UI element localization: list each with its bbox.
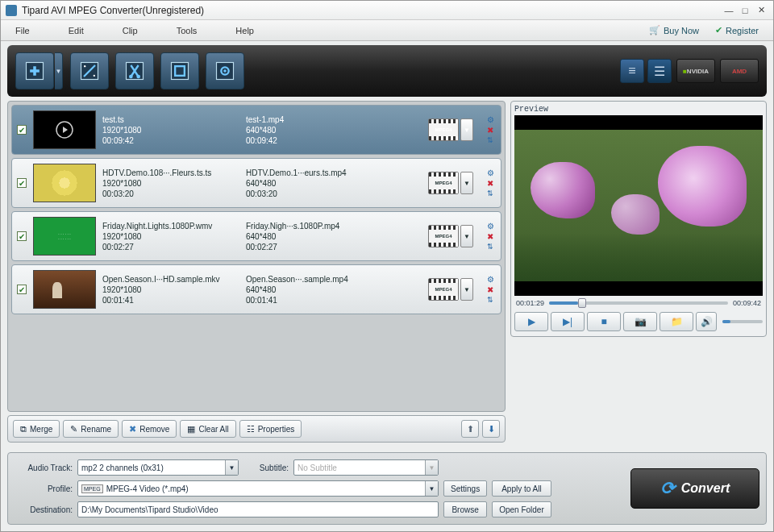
register-link[interactable]: ✔ Register	[715, 25, 759, 35]
remove-button[interactable]: ✖Remove	[122, 420, 177, 438]
maximize-button[interactable]: □	[738, 5, 752, 16]
effect-button[interactable]	[70, 52, 109, 89]
item-settings-icon[interactable]: ⚙	[485, 221, 496, 231]
item-thumbnail	[33, 164, 96, 202]
close-button[interactable]: ✕	[754, 5, 768, 16]
add-file-button[interactable]: ▼	[15, 52, 54, 89]
source-filename: Friday.Night.Lights.1080P.wmv	[102, 222, 239, 231]
convert-label: Convert	[681, 481, 730, 496]
item-remove-icon[interactable]: ✖	[485, 285, 496, 294]
source-filename: HDTV.Demo.108···.Fleurs.ts.ts	[102, 168, 239, 177]
list-item[interactable]: ✔· · · · · ·· · · · · ·Friday.Night.Ligh…	[11, 211, 501, 261]
source-resolution: 1920*1080	[102, 285, 239, 294]
preview-total-time: 00:09:42	[733, 299, 761, 307]
item-checkbox[interactable]: ✔	[17, 178, 27, 188]
svg-point-11	[223, 69, 227, 73]
clear-all-button[interactable]: ▦Clear All	[180, 420, 235, 438]
subtitle-combo[interactable]: No Subtitle▼	[293, 459, 439, 476]
item-checkbox[interactable]: ✔	[17, 231, 27, 241]
list-view-button[interactable]: ≡	[620, 59, 644, 83]
file-list: ✔test.ts1920*108000:09:42test-1.mp4640*4…	[7, 101, 506, 412]
item-settings-icon[interactable]: ⚙	[485, 168, 496, 177]
apply-to-all-button[interactable]: Apply to All	[492, 480, 551, 497]
convert-button[interactable]: ⟳ Convert	[630, 468, 759, 509]
settings-toolbar-button[interactable]	[206, 52, 244, 89]
mute-button[interactable]: 🔊	[696, 312, 717, 331]
audio-track-label: Audio Track:	[15, 463, 73, 472]
merge-button[interactable]: ⧉Merge	[13, 420, 60, 438]
item-remove-icon[interactable]: ✖	[485, 125, 496, 135]
source-resolution: 1920*1080	[102, 126, 239, 135]
menu-edit[interactable]: Edit	[69, 26, 84, 35]
crop-button[interactable]	[160, 52, 199, 89]
x-icon: ✖	[129, 424, 136, 434]
add-file-dropdown-icon[interactable]: ▼	[55, 52, 63, 89]
menu-clip[interactable]: Clip	[123, 26, 138, 35]
settings-button[interactable]: Settings	[443, 480, 487, 497]
output-resolution: 640*480	[246, 179, 383, 188]
merge-icon: ⧉	[20, 424, 27, 434]
stop-button[interactable]: ■	[587, 312, 621, 331]
menu-tools[interactable]: Tools	[177, 26, 198, 35]
output-duration: 00:09:42	[246, 136, 383, 145]
volume-slider[interactable]	[722, 320, 763, 323]
item-settings-icon[interactable]: ⚙	[485, 274, 496, 284]
profile-combo[interactable]: MPEGMPEG-4 Video (*.mp4)▼	[77, 480, 439, 497]
item-checkbox[interactable]: ✔	[17, 285, 27, 294]
format-dropdown[interactable]: ▼	[460, 225, 473, 247]
item-checkbox[interactable]: ✔	[17, 125, 27, 135]
output-resolution: 640*480	[246, 285, 383, 294]
item-thumbnail	[33, 110, 96, 149]
format-icon: MPEG4	[428, 225, 459, 247]
browse-button[interactable]: Browse	[443, 501, 487, 517]
format-dropdown[interactable]: ▼	[460, 172, 473, 194]
list-item[interactable]: ✔Open.Season.I···HD.sample.mkv1920*10800…	[11, 264, 501, 314]
properties-icon: ☷	[247, 424, 255, 434]
minimize-button[interactable]: —	[722, 5, 736, 16]
preview-video	[514, 115, 763, 296]
properties-button[interactable]: ☷Properties	[239, 420, 302, 438]
window-title: Tipard AVI MPEG Converter(Unregistered)	[22, 5, 204, 16]
detail-view-button[interactable]: ☰	[647, 59, 672, 83]
snapshot-folder-button[interactable]: 📁	[660, 312, 693, 331]
play-button[interactable]: ▶	[514, 312, 548, 331]
preview-panel: Preview 00:01:29 00:09:42 ▶ ▶|	[510, 101, 767, 337]
item-reorder-icon[interactable]: ⇅	[485, 189, 496, 198]
output-filename: Open.Season···.sample.mp4	[246, 275, 383, 284]
step-button[interactable]: ▶|	[551, 312, 585, 331]
menu-file[interactable]: File	[15, 26, 30, 35]
buy-now-link[interactable]: 🛒 Buy Now	[649, 25, 699, 35]
source-resolution: 1920*1080	[102, 232, 239, 241]
item-settings-icon[interactable]: ⚙	[485, 114, 496, 124]
svg-point-2	[84, 65, 85, 67]
destination-input[interactable]: D:\My Documents\Tipard Studio\Video	[77, 501, 439, 517]
move-up-button[interactable]: ⬆	[461, 420, 479, 438]
format-dropdown[interactable]: ▼	[460, 118, 473, 141]
output-duration: 00:03:20	[246, 189, 383, 198]
item-reorder-icon[interactable]: ⇅	[485, 295, 496, 305]
nvidia-badge: ■NVIDIA	[676, 59, 715, 83]
list-item[interactable]: ✔test.ts1920*108000:09:42test-1.mp4640*4…	[11, 105, 501, 155]
item-remove-icon[interactable]: ✖	[485, 178, 496, 188]
item-reorder-icon[interactable]: ⇅	[485, 242, 496, 251]
preview-seek-slider[interactable]	[549, 301, 728, 305]
snapshot-button[interactable]: 📷	[623, 312, 657, 331]
rename-button[interactable]: ✎Rename	[63, 420, 119, 438]
output-resolution: 640*480	[246, 232, 383, 241]
open-folder-button[interactable]: Open Folder	[492, 501, 551, 517]
menu-help[interactable]: Help	[235, 26, 254, 35]
trim-button[interactable]	[115, 52, 154, 89]
preview-current-time: 00:01:29	[516, 299, 544, 307]
list-item[interactable]: ✔HDTV.Demo.108···.Fleurs.ts.ts1920*10800…	[11, 158, 501, 208]
item-reorder-icon[interactable]: ⇅	[485, 135, 496, 145]
convert-icon: ⟳	[660, 478, 675, 499]
item-remove-icon[interactable]: ✖	[485, 231, 496, 241]
check-icon: ✔	[715, 25, 722, 35]
format-icon: MPEG4	[428, 118, 459, 141]
output-filename: test-1.mp4	[246, 115, 383, 124]
move-down-button[interactable]: ⬇	[482, 420, 500, 438]
audio-track-combo[interactable]: mp2 2 channels (0x31)▼	[77, 459, 239, 476]
format-dropdown[interactable]: ▼	[460, 278, 473, 301]
item-thumbnail: · · · · · ·· · · · · ·	[33, 217, 96, 256]
menubar: File Edit Clip Tools Help 🛒 Buy Now ✔ Re…	[1, 20, 773, 41]
